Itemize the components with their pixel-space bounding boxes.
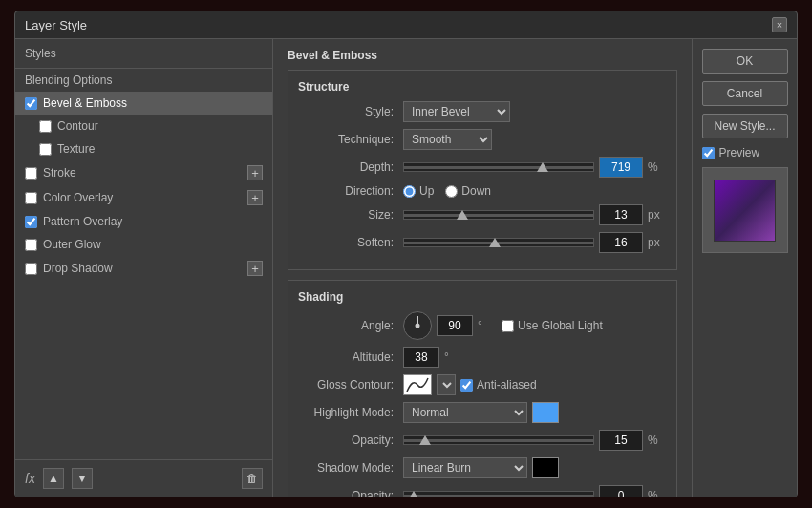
pattern-overlay-label: Pattern Overlay xyxy=(43,215,122,228)
shadow-mode-select[interactable]: Linear Burn Normal Multiply xyxy=(403,457,527,478)
sidebar-item-contour[interactable]: Contour xyxy=(15,115,272,138)
bevel-emboss-checkbox[interactable] xyxy=(25,97,37,110)
texture-checkbox[interactable] xyxy=(39,143,52,156)
left-panel: Styles Blending Options Bevel & Emboss C… xyxy=(15,39,273,497)
preview-box xyxy=(702,167,788,253)
stroke-checkbox[interactable] xyxy=(25,167,37,180)
altitude-unit: ° xyxy=(444,350,463,364)
anti-aliased-checkbox[interactable] xyxy=(460,379,473,392)
technique-select[interactable]: Smooth Chisel Hard Chisel Soft xyxy=(403,129,492,150)
sidebar-item-pattern-overlay[interactable]: Pattern Overlay xyxy=(15,210,272,233)
dialog-title: Layer Style xyxy=(25,18,87,32)
structure-title: Structure xyxy=(298,80,667,94)
right-panel: OK Cancel New Style... Preview xyxy=(692,39,797,497)
size-label: Size: xyxy=(298,208,403,222)
angle-unit: ° xyxy=(478,319,497,332)
soften-input[interactable] xyxy=(599,232,643,253)
technique-row: Technique: Smooth Chisel Hard Chisel Sof… xyxy=(298,129,667,150)
sidebar-item-color-overlay[interactable]: Color Overlay + xyxy=(15,185,272,210)
gloss-contour-select[interactable] xyxy=(437,374,456,395)
texture-label: Texture xyxy=(57,142,95,156)
close-button[interactable]: × xyxy=(772,17,787,32)
altitude-control: ° xyxy=(403,347,667,368)
color-overlay-plus-button[interactable]: + xyxy=(247,190,263,205)
ok-button[interactable]: OK xyxy=(702,49,788,74)
altitude-input[interactable] xyxy=(403,347,439,368)
sidebar-item-texture[interactable]: Texture xyxy=(15,138,272,160)
outer-glow-label: Outer Glow xyxy=(43,238,101,251)
section-title-bevel: Bevel & Emboss xyxy=(288,49,677,62)
shadow-opacity-slider[interactable] xyxy=(403,491,594,497)
sidebar-item-stroke[interactable]: Stroke + xyxy=(15,160,272,185)
cancel-button[interactable]: Cancel xyxy=(702,81,788,106)
use-global-light-checkbox[interactable] xyxy=(502,320,514,332)
size-row: Size: px xyxy=(298,204,667,225)
depth-slider[interactable] xyxy=(403,162,594,172)
highlight-mode-select[interactable]: Normal Dissolve Multiply Screen xyxy=(403,402,527,423)
style-control: Inner Bevel Outer Bevel Emboss Pillow Em… xyxy=(403,101,667,122)
shadow-opacity-input[interactable] xyxy=(599,485,643,497)
shadow-opacity-label: Opacity: xyxy=(298,489,403,497)
color-overlay-checkbox[interactable] xyxy=(25,192,37,204)
drop-shadow-checkbox[interactable] xyxy=(25,263,37,275)
layer-up-button[interactable]: ▲ xyxy=(43,468,64,489)
shadow-mode-label: Shadow Mode: xyxy=(298,461,403,475)
drop-shadow-plus-button[interactable]: + xyxy=(247,261,263,276)
depth-unit: % xyxy=(648,160,667,174)
highlight-opacity-input[interactable] xyxy=(599,430,643,451)
altitude-row: Altitude: ° xyxy=(298,347,667,368)
depth-control: % xyxy=(403,157,667,178)
direction-down-radio[interactable] xyxy=(445,185,458,198)
preview-checkbox[interactable] xyxy=(702,147,715,159)
title-bar: Layer Style × xyxy=(15,11,797,39)
highlight-mode-row: Highlight Mode: Normal Dissolve Multiply… xyxy=(298,402,667,423)
layer-down-button[interactable]: ▼ xyxy=(72,468,93,489)
contour-checkbox[interactable] xyxy=(39,120,52,133)
outer-glow-checkbox[interactable] xyxy=(25,239,37,251)
direction-up-radio[interactable] xyxy=(403,185,416,198)
gloss-contour-box[interactable] xyxy=(403,374,432,395)
direction-control: Up Down xyxy=(403,184,667,198)
preview-canvas xyxy=(714,180,776,242)
anti-aliased-label[interactable]: Anti-aliased xyxy=(460,378,537,392)
highlight-opacity-slider[interactable] xyxy=(403,435,594,445)
altitude-label: Altitude: xyxy=(298,350,403,364)
size-slider[interactable] xyxy=(403,210,594,220)
angle-input[interactable] xyxy=(437,315,473,336)
drop-shadow-label: Drop Shadow xyxy=(43,262,113,275)
shadow-mode-control: Linear Burn Normal Multiply xyxy=(403,457,667,478)
sidebar-item-outer-glow[interactable]: Outer Glow xyxy=(15,233,272,256)
sidebar-item-drop-shadow[interactable]: Drop Shadow + xyxy=(15,256,272,281)
angle-dial[interactable] xyxy=(403,311,432,340)
style-label: Style: xyxy=(298,105,403,118)
highlight-opacity-control: % xyxy=(403,430,667,451)
style-row: Style: Inner Bevel Outer Bevel Emboss Pi… xyxy=(298,101,667,122)
stroke-label: Stroke xyxy=(43,166,76,180)
contour-label: Contour xyxy=(57,119,98,133)
size-input[interactable] xyxy=(599,204,643,225)
pattern-overlay-checkbox[interactable] xyxy=(25,216,37,228)
highlight-opacity-label: Opacity: xyxy=(298,434,403,447)
bevel-emboss-label: Bevel & Emboss xyxy=(43,96,127,110)
angle-label: Angle: xyxy=(298,319,403,332)
direction-up-label[interactable]: Up xyxy=(403,184,434,198)
angle-control: ° Use Global Light xyxy=(403,311,667,340)
style-select[interactable]: Inner Bevel Outer Bevel Emboss Pillow Em… xyxy=(403,101,510,122)
shading-title: Shading xyxy=(298,290,667,304)
new-style-button[interactable]: New Style... xyxy=(702,114,788,138)
shading-group: Shading Angle: ° Use Global Light xyxy=(288,280,677,497)
highlight-color-swatch[interactable] xyxy=(532,402,559,423)
layer-style-dialog: Layer Style × Styles Blending Options Be… xyxy=(14,11,798,497)
depth-input[interactable] xyxy=(599,157,643,178)
soften-slider[interactable] xyxy=(403,238,594,247)
use-global-light-label[interactable]: Use Global Light xyxy=(502,319,603,332)
delete-layer-button[interactable]: 🗑 xyxy=(242,468,263,489)
shadow-color-swatch[interactable] xyxy=(532,457,559,478)
stroke-plus-button[interactable]: + xyxy=(247,165,263,180)
depth-row: Depth: % xyxy=(298,157,667,178)
sidebar-item-bevel-emboss[interactable]: Bevel & Emboss xyxy=(15,92,272,115)
direction-down-label[interactable]: Down xyxy=(445,184,491,198)
size-control: px xyxy=(403,204,667,225)
sidebar-item-blending-options[interactable]: Blending Options xyxy=(15,69,272,92)
highlight-mode-label: Highlight Mode: xyxy=(298,406,403,419)
